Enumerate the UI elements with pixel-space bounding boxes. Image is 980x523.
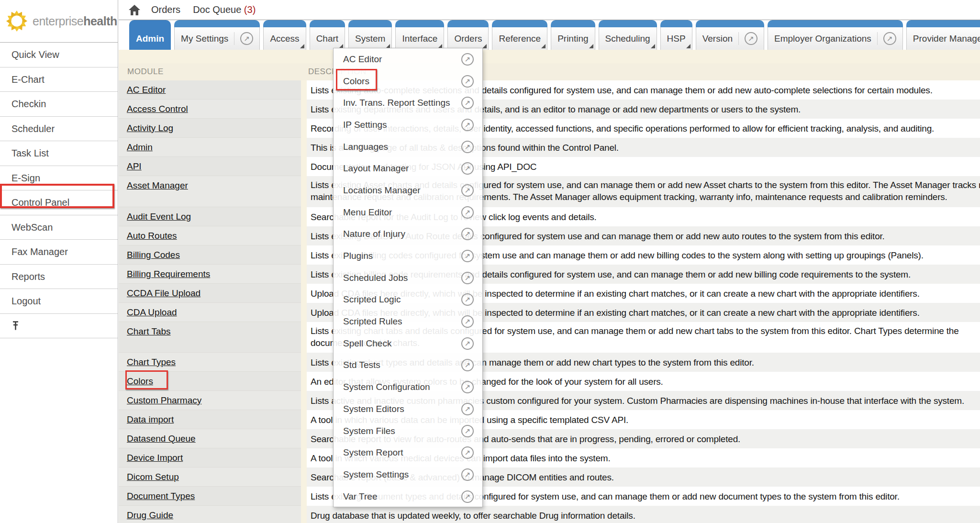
- external-link-icon[interactable]: ↗: [461, 337, 474, 350]
- module-link-activity-log[interactable]: Activity Log: [127, 123, 173, 134]
- sidebar-item-scheduler[interactable]: Scheduler: [0, 117, 118, 142]
- menu-item-system-settings[interactable]: System Settings↗: [334, 464, 482, 486]
- external-link-icon[interactable]: ↗: [461, 403, 474, 415]
- module-link-admin[interactable]: Admin: [127, 142, 153, 153]
- module-link-chart-types[interactable]: Chart Types: [127, 357, 176, 367]
- breadcrumb-doc-queue[interactable]: Doc Queue (3): [193, 4, 256, 15]
- external-link-icon[interactable]: ↗: [461, 446, 474, 459]
- menu-item-ip-settings[interactable]: IP Settings↗: [334, 114, 482, 136]
- menu-item-std-tests[interactable]: Std Tests↗: [334, 355, 482, 377]
- external-link-icon[interactable]: ↗: [461, 228, 474, 240]
- module-link-ccda-file-upload[interactable]: CCDA File Upload: [127, 288, 200, 299]
- sidebar-item-reports[interactable]: Reports: [0, 265, 118, 289]
- menu-item-plugins[interactable]: Plugins↗: [334, 245, 482, 267]
- external-link-icon[interactable]: ↗: [745, 32, 757, 45]
- external-link-icon[interactable]: ↗: [461, 184, 474, 197]
- external-link-icon[interactable]: ↗: [461, 75, 474, 88]
- menu-item-system-report[interactable]: System Report↗: [334, 442, 482, 464]
- menu-item-scripted-rules[interactable]: Scripted Rules↗: [334, 311, 482, 333]
- table-row-custom-pharmacy: Custom PharmacyLists active and inactive…: [119, 391, 980, 410]
- external-link-icon[interactable]: ↗: [461, 162, 474, 175]
- external-link-icon[interactable]: ↗: [461, 97, 474, 109]
- sidebar-item-control-panel[interactable]: Control Panel: [0, 190, 118, 215]
- tab-my-settings[interactable]: My Settings↗: [174, 20, 260, 50]
- menu-item-languages[interactable]: Languages↗: [334, 136, 482, 158]
- module-link-datasend-queue[interactable]: Datasend Queue: [127, 434, 196, 444]
- module-link-ac-editor[interactable]: AC Editor: [127, 85, 166, 95]
- tab-printing[interactable]: Printing: [551, 20, 595, 50]
- module-link-chart-tabs[interactable]: Chart Tabs: [127, 326, 171, 337]
- external-link-icon[interactable]: ↗: [461, 119, 474, 131]
- tab-access[interactable]: Access: [263, 20, 306, 50]
- tab-interface[interactable]: Interface: [395, 20, 444, 50]
- tab-hsp[interactable]: HSP: [660, 20, 692, 50]
- external-link-icon[interactable]: ↗: [461, 141, 474, 153]
- external-link-icon[interactable]: ↗: [461, 359, 474, 371]
- module-link-device-import[interactable]: Device Import: [127, 453, 183, 463]
- sidebar-item-e-sign[interactable]: E-Sign: [0, 166, 118, 191]
- external-link-icon[interactable]: ↗: [461, 53, 474, 66]
- sidebar-item-pin[interactable]: [0, 314, 118, 339]
- module-link-dicom-setup[interactable]: Dicom Setup: [127, 472, 179, 482]
- tab-version[interactable]: Version↗: [696, 20, 764, 50]
- sidebar-item-checkin[interactable]: Checkin: [0, 92, 118, 117]
- external-link-icon[interactable]: ↗: [461, 468, 474, 481]
- external-link-icon[interactable]: ↗: [461, 490, 474, 503]
- module-link-document-types[interactable]: Document Types: [127, 491, 195, 501]
- sidebar-item-fax-manager[interactable]: Fax Manager: [0, 240, 118, 265]
- external-link-icon[interactable]: ↗: [461, 250, 474, 262]
- menu-item-spell-check[interactable]: Spell Check↗: [334, 333, 482, 355]
- external-link-icon[interactable]: ↗: [461, 315, 474, 328]
- tab-employer-organizations[interactable]: Employer Organizations↗: [768, 20, 903, 50]
- external-link-icon[interactable]: ↗: [461, 272, 474, 284]
- menu-item-nature-of-injury[interactable]: Nature of Injury↗: [334, 223, 482, 245]
- menu-item-menu-editor[interactable]: Menu Editor↗: [334, 201, 482, 223]
- module-link-auto-routes[interactable]: Auto Routes: [127, 231, 177, 241]
- sidebar-item-e-chart[interactable]: E-Chart: [0, 67, 118, 92]
- table-row-dicom-setup: Dicom SetupSearchable report (basic & ad…: [119, 467, 980, 487]
- external-link-icon[interactable]: ↗: [240, 32, 253, 45]
- module-link-colors[interactable]: Colors: [127, 376, 153, 387]
- menu-item-scheduled-jobs[interactable]: Scheduled Jobs↗: [334, 267, 482, 289]
- external-link-icon[interactable]: ↗: [461, 425, 474, 437]
- menu-item-layout-manager[interactable]: Layout Manager↗: [334, 157, 482, 179]
- home-icon[interactable]: [128, 4, 141, 16]
- tab-reference[interactable]: Reference: [492, 20, 547, 50]
- module-link-billing-requirements[interactable]: Billing Requirements: [127, 269, 210, 279]
- external-link-icon[interactable]: ↗: [461, 206, 474, 219]
- breadcrumb-orders[interactable]: Orders: [151, 4, 180, 15]
- tab-system[interactable]: System: [348, 20, 392, 50]
- tab-chart[interactable]: Chart: [310, 20, 345, 50]
- menu-item-inv-trans-report-settings[interactable]: Inv. Trans. Report Settings↗: [334, 92, 482, 114]
- module-link-access-control[interactable]: Access Control: [127, 104, 188, 114]
- menu-item-scripted-logic[interactable]: Scripted Logic↗: [334, 289, 482, 311]
- menu-item-system-configuration[interactable]: System Configuration↗: [334, 376, 482, 398]
- menu-item-system-files[interactable]: System Files↗: [334, 420, 482, 442]
- external-link-icon[interactable]: ↗: [883, 32, 896, 45]
- module-link-audit-event-log[interactable]: Audit Event Log: [127, 211, 191, 222]
- sidebar-item-task-list[interactable]: Task List: [0, 141, 118, 166]
- module-link-data-import[interactable]: Data import: [127, 414, 174, 425]
- menu-item-label: Languages: [343, 142, 388, 152]
- tab-orders[interactable]: Orders: [447, 20, 489, 50]
- sidebar-item-logout[interactable]: Logout: [0, 289, 118, 314]
- menu-item-system-editors[interactable]: System Editors↗: [334, 398, 482, 420]
- module-link-cda-upload[interactable]: CDA Upload: [127, 307, 177, 318]
- tab-admin[interactable]: Admin: [129, 20, 171, 50]
- menu-item-locations-manager[interactable]: Locations Manager↗: [334, 179, 482, 201]
- module-link-asset-manager[interactable]: Asset Manager: [127, 180, 188, 191]
- sidebar-item-quick-view[interactable]: Quick View: [0, 43, 118, 67]
- module-link-custom-pharmacy[interactable]: Custom Pharmacy: [127, 395, 201, 406]
- menu-item-ac-editor[interactable]: AC Editor↗: [334, 48, 482, 70]
- external-link-icon[interactable]: ↗: [461, 381, 474, 393]
- module-link-billing-codes[interactable]: Billing Codes: [127, 250, 180, 260]
- menu-item-colors[interactable]: Colors↗: [334, 70, 482, 92]
- tab-provider-management[interactable]: Provider Management↗: [906, 20, 980, 50]
- external-link-icon[interactable]: ↗: [461, 293, 474, 306]
- menu-item-label: Menu Editor: [343, 207, 392, 218]
- module-link-drug-guide[interactable]: Drug Guide: [127, 510, 173, 521]
- module-link-api[interactable]: API: [127, 161, 142, 172]
- tab-scheduling[interactable]: Scheduling: [599, 20, 657, 50]
- sidebar-item-webscan[interactable]: WebScan: [0, 215, 118, 240]
- menu-item-var-tree[interactable]: Var Tree↗: [334, 486, 482, 508]
